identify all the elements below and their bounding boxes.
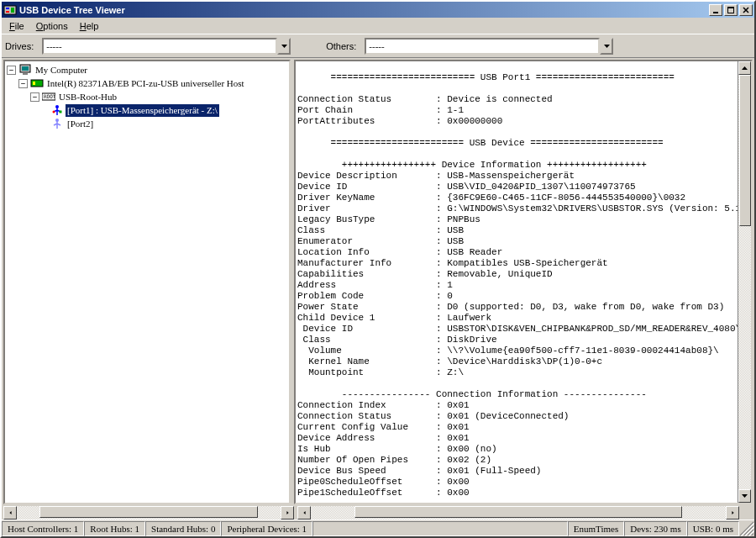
others-combo[interactable] [365,38,613,55]
scroll-thumb[interactable] [354,506,682,518]
close-button[interactable] [739,4,753,16]
resize-grip[interactable] [739,521,754,536]
svg-rect-2 [6,11,9,13]
scroll-track[interactable] [17,506,281,520]
vscroll[interactable] [738,61,751,503]
details-pane: ========================== USB Port1 ===… [294,60,753,504]
svg-rect-1 [6,8,9,9]
tree-hscroll[interactable] [3,506,294,520]
svg-rect-16 [60,111,62,113]
drives-label: Drives: [5,41,34,51]
app-window: USB Device Tree Viewer File Options Help… [0,0,756,538]
status-usb: USB: 0 ms [687,521,739,536]
details-text[interactable]: ========================== USB Port1 ===… [297,72,736,503]
status-spacer [312,521,568,536]
scroll-track[interactable] [311,506,726,520]
others-dropdown-button[interactable] [600,38,613,55]
usb-port-icon [50,117,64,130]
drives-input[interactable] [42,38,277,55]
maximize-button[interactable] [724,4,738,16]
usb-device-icon [50,103,64,117]
tree-host[interactable]: − Intel(R) 82371AB/EB PCI-zu-USB univers… [7,76,287,90]
others-input[interactable] [365,38,600,55]
svg-rect-8 [22,66,29,71]
others-label: Others: [326,41,356,51]
drives-dropdown-button[interactable] [277,38,291,55]
svg-rect-4 [713,12,718,13]
minimize-button[interactable] [709,4,722,16]
menu-help[interactable]: Help [74,20,105,32]
details-hscroll[interactable] [297,506,753,520]
status-devs: Devs: 230 ms [624,521,687,536]
tree-port2[interactable]: [Port2] [7,117,287,130]
title-bar[interactable]: USB Device Tree Viewer [2,2,754,18]
toolbar: Drives: Others: [2,34,754,57]
tree-port1[interactable]: [Port1] : USB-Massenspeichergerät - Z:\ [7,103,287,117]
svg-rect-6 [727,7,734,8]
scroll-left-button[interactable] [3,506,17,520]
tree-root[interactable]: − My Computer [7,63,287,76]
computer-icon [18,63,32,76]
svg-point-15 [53,111,55,113]
root-hub-icon: ROOT [42,90,55,103]
app-icon [3,3,17,17]
collapse-icon[interactable]: − [18,79,28,88]
status-peripheral-devices: Peripheral Devices: 1 [221,521,312,536]
collapse-icon[interactable]: − [30,92,39,102]
status-root-hubs: Root Hubs: 1 [84,521,145,536]
host-controller-icon [30,76,44,90]
svg-text:ROOT: ROOT [44,93,55,99]
collapse-icon[interactable]: − [7,66,16,75]
tree-pane: − My Computer − Intel(R) 82371AB/EB PCI-… [3,60,291,504]
menu-bar: File Options Help [2,18,754,34]
status-host-controllers: Host Controllers: 1 [2,521,84,536]
svg-rect-3 [11,8,14,13]
drives-combo[interactable] [42,38,291,55]
svg-rect-11 [33,82,35,85]
window-title: USB Device Tree Viewer [19,5,125,15]
content-area: − My Computer − Intel(R) 82371AB/EB PCI-… [2,57,754,506]
scroll-thumb[interactable] [739,75,751,226]
scroll-thumb[interactable] [39,506,258,518]
scroll-down-button[interactable] [738,489,751,503]
scroll-up-button[interactable] [738,61,751,75]
status-enumtimes: EnumTimes [568,521,624,536]
status-standard-hubs: Standard Hubs: 0 [145,521,221,536]
scroll-left-button[interactable] [297,506,311,520]
menu-options[interactable]: Options [30,20,74,32]
tree-hub[interactable]: − ROOT USB-Root-Hub [7,90,287,103]
menu-file[interactable]: File [3,20,30,32]
scroll-right-button[interactable] [726,506,739,520]
status-bar: Host Controllers: 1 Root Hubs: 1 Standar… [2,520,754,536]
svg-rect-9 [23,73,28,75]
device-tree[interactable]: − My Computer − Intel(R) 82371AB/EB PCI-… [7,63,287,130]
scroll-right-button[interactable] [281,506,294,520]
scroll-track[interactable] [738,75,751,489]
